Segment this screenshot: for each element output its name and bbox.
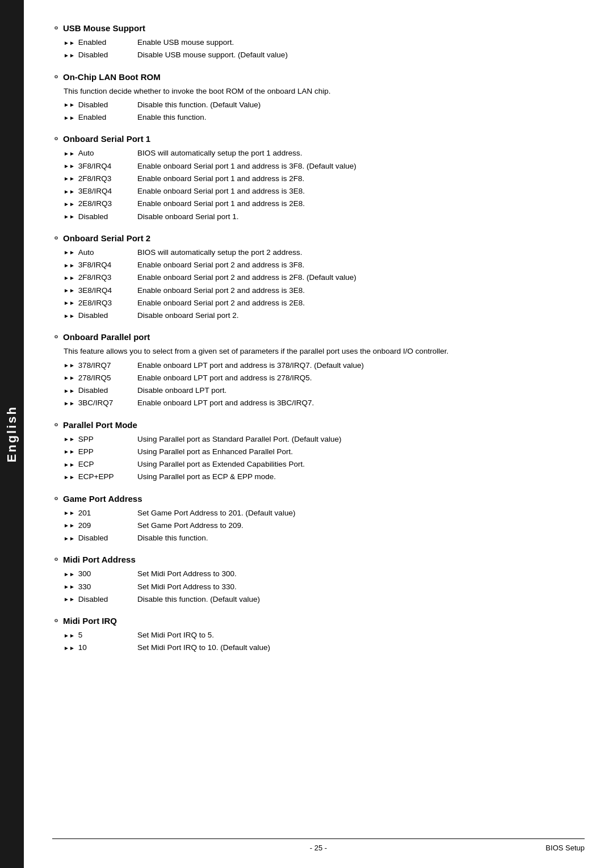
- bullet-icon: ►►: [64, 100, 75, 109]
- option-item: ►►DisabledDisable this function.: [64, 532, 585, 544]
- option-item: ►►2E8/IRQ3Enable onboard Serial port 1 a…: [64, 198, 585, 209]
- option-key-text: 5: [78, 630, 83, 641]
- option-item: ►►EnabledEnable this function.: [64, 112, 585, 123]
- bullet-icon: ►►: [64, 387, 75, 395]
- section-arrow-icon: ⚬: [52, 72, 60, 82]
- option-key: ►►201: [64, 508, 137, 519]
- bullet-icon: ►►: [64, 51, 75, 60]
- bullet-icon: ►►: [64, 312, 75, 320]
- option-key: ►►209: [64, 520, 137, 531]
- option-item: ►►EnabledEnable USB mouse support.: [64, 37, 585, 48]
- section-title-on-chip-lan-boot-rom: ⚬On-Chip LAN Boot ROM: [52, 72, 585, 82]
- option-key: ►►3E8/IRQ4: [64, 285, 137, 296]
- section-title-midi-port-address: ⚬Midi Port Address: [52, 554, 585, 565]
- page-footer: - 25 - BIOS Setup: [52, 838, 585, 852]
- bullet-icon: ►►: [64, 582, 75, 591]
- option-item: ►►AutoBIOS will automatically setup the …: [64, 148, 585, 159]
- option-key: ►►Auto: [64, 247, 137, 258]
- section-title-text: Midi Port Address: [63, 555, 136, 564]
- bullet-icon: ►►: [64, 200, 75, 208]
- footer-center: - 25 -: [310, 844, 327, 852]
- section-onboard-parallel-port: ⚬Onboard Parallel portThis feature allow…: [52, 332, 585, 409]
- option-item: ►►201Set Game Port Address to 201. (Defa…: [64, 508, 585, 519]
- option-key-text: ECP: [78, 459, 94, 470]
- option-desc-text: BIOS will automatically setup the port 2…: [137, 247, 585, 258]
- section-title-text: Midi Port IRQ: [63, 616, 117, 626]
- option-key: ►►SPP: [64, 434, 137, 445]
- option-key: ►►3F8/IRQ4: [64, 161, 137, 172]
- option-item: ►►3F8/IRQ4Enable onboard Serial port 1 a…: [64, 161, 585, 172]
- option-key-text: 3F8/IRQ4: [78, 161, 112, 172]
- option-desc-text: Enable USB mouse support.: [137, 37, 585, 48]
- bullet-icon: ►►: [64, 162, 75, 170]
- option-item: ►►DisabledDisable onboard Serial port 1.: [64, 211, 585, 223]
- option-list: ►►DisabledDisable this function. (Defaul…: [64, 99, 585, 124]
- option-desc-text: Using Parallel port as Standard Parallel…: [137, 434, 585, 445]
- section-arrow-icon: ⚬: [52, 420, 60, 430]
- option-key: ►►2E8/IRQ3: [64, 297, 137, 309]
- sidebar-label: English: [5, 405, 19, 462]
- section-title-text: Parallel Port Mode: [63, 420, 137, 430]
- section-title-text: Onboard Serial Port 1: [63, 134, 150, 144]
- option-desc-text: Disable this function. (Default value): [137, 594, 585, 605]
- bullet-icon: ►►: [64, 274, 75, 282]
- option-item: ►►300Set Midi Port Address to 300.: [64, 568, 585, 580]
- option-item: ►►278/IRQ5Enable onboard LPT port and ad…: [64, 372, 585, 384]
- main-content: ⚬USB Mouse Support►►EnabledEnable USB mo…: [24, 0, 613, 868]
- option-key-text: Disabled: [78, 99, 108, 111]
- option-desc-text: Set Midi Port Address to 330.: [137, 581, 585, 593]
- bullet-icon: ►►: [64, 435, 75, 443]
- option-item: ►►3E8/IRQ4Enable onboard Serial port 1 a…: [64, 186, 585, 197]
- option-key: ►►Auto: [64, 148, 137, 159]
- bullet-icon: ►►: [64, 299, 75, 307]
- bullet-icon: ►►: [64, 631, 75, 640]
- bullet-icon: ►►: [64, 286, 75, 295]
- option-desc-text: Using Parallel port as Enhanced Parallel…: [137, 446, 585, 458]
- section-title-onboard-serial-port-2: ⚬Onboard Serial Port 2: [52, 233, 585, 244]
- option-key: ►►300: [64, 568, 137, 580]
- option-key-text: 2F8/IRQ3: [78, 272, 112, 283]
- option-desc-text: Enable onboard Serial port 2 and address…: [137, 297, 585, 309]
- option-desc-text: Enable onboard Serial port 1 and address…: [137, 186, 585, 197]
- option-desc-text: Enable onboard Serial port 2 and address…: [137, 272, 585, 283]
- option-desc-text: Enable onboard LPT port and address is 2…: [137, 372, 585, 384]
- bullet-icon: ►►: [64, 473, 75, 481]
- option-item: ►►DisabledDisable this function. (Defaul…: [64, 99, 585, 111]
- option-key-text: 2F8/IRQ3: [78, 173, 112, 184]
- option-key: ►►Enabled: [64, 37, 137, 48]
- sections-container: ⚬USB Mouse Support►►EnabledEnable USB mo…: [52, 23, 585, 654]
- option-item: ►►330Set Midi Port Address to 330.: [64, 581, 585, 593]
- option-desc-text: Disable onboard Serial port 1.: [137, 211, 585, 223]
- option-key-text: 278/IRQ5: [78, 372, 111, 384]
- section-on-chip-lan-boot-rom: ⚬On-Chip LAN Boot ROMThis function decid…: [52, 72, 585, 124]
- option-key: ►►3BC/IRQ7: [64, 397, 137, 409]
- bullet-icon: ►►: [64, 114, 75, 122]
- option-list: ►►AutoBIOS will automatically setup the …: [64, 247, 585, 322]
- option-desc-text: Disable this function.: [137, 532, 585, 544]
- section-arrow-icon: ⚬: [52, 493, 60, 504]
- option-desc-text: Set Game Port Address to 201. (Default v…: [137, 508, 585, 519]
- option-key-text: 330: [78, 581, 91, 593]
- section-onboard-serial-port-1: ⚬Onboard Serial Port 1►►AutoBIOS will au…: [52, 133, 585, 223]
- option-key: ►►Disabled: [64, 99, 137, 111]
- option-key: ►►Disabled: [64, 532, 137, 544]
- bullet-icon: ►►: [64, 595, 75, 603]
- option-item: ►►ECPUsing Parallel port as Extended Cap…: [64, 459, 585, 470]
- option-desc-text: Enable onboard Serial port 2 and address…: [137, 259, 585, 271]
- section-title-game-port-address: ⚬Game Port Address: [52, 493, 585, 504]
- bullet-icon: ►►: [64, 644, 75, 652]
- option-key: ►►ECP+EPP: [64, 471, 137, 483]
- option-key-text: 3BC/IRQ7: [78, 397, 114, 409]
- option-item: ►►AutoBIOS will automatically setup the …: [64, 247, 585, 258]
- option-key-text: Disabled: [78, 594, 108, 605]
- option-item: ►►DisabledDisable USB mouse support. (De…: [64, 49, 585, 61]
- option-key: ►►Disabled: [64, 385, 137, 396]
- option-key: ►►Disabled: [64, 594, 137, 605]
- option-key-text: Disabled: [78, 532, 108, 544]
- bullet-icon: ►►: [64, 212, 75, 221]
- option-key-text: EPP: [78, 446, 94, 458]
- option-desc-text: Enable onboard Serial port 2 and address…: [137, 285, 585, 296]
- section-arrow-icon: ⚬: [52, 554, 60, 565]
- option-key-text: 2E8/IRQ3: [78, 198, 112, 209]
- section-midi-port-address: ⚬Midi Port Address►►300Set Midi Port Add…: [52, 554, 585, 605]
